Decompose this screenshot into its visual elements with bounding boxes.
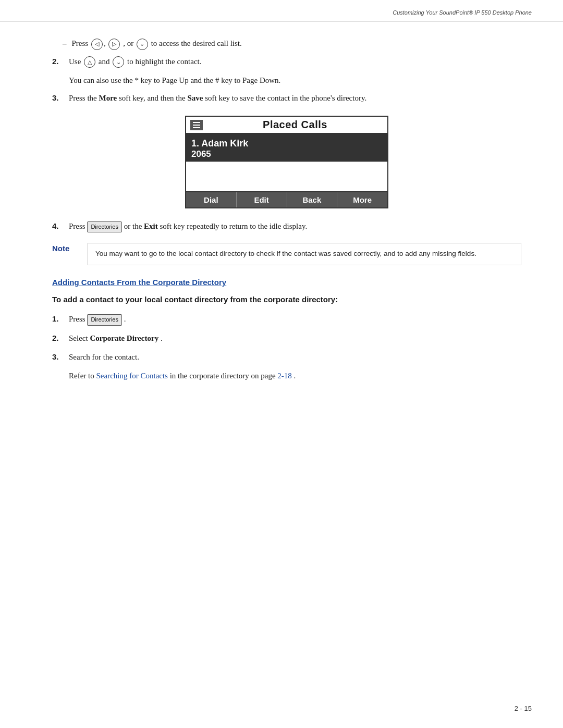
corp2-select: Select [69,334,88,342]
phone-screen-menu-icon [190,120,203,130]
phone-screen-body: 1. Adam Kirk 2065 [186,134,387,191]
step-4-number: 4. [52,220,64,232]
step4-press: Press [69,222,85,230]
step-4-item: 4. Press Directories or the Exit soft ke… [52,220,521,232]
step-3-number: 3. [52,92,64,104]
down-triangle-icon: ⌄ [113,56,124,68]
step2-use: Use [69,57,81,66]
refer-prefix: Refer to [69,372,94,380]
step-2-item: 2. Use △ and ⌄ to highlight the contact. [52,55,521,68]
step4-middle: or the [124,222,142,230]
phone-screen-empty-rows [186,162,387,188]
step-3-content: Press the More soft key, and then the Sa… [69,92,521,104]
refer-middle: in the corporate directory on page [170,372,276,380]
svg-rect-1 [193,125,200,126]
corp-step-2: 2. Select Corporate Directory . [52,332,521,344]
step4-exit: Exit [144,222,158,230]
step3-text3: soft key to save the contact in the phon… [205,94,366,102]
phone-screen-contact-num: 2065 [191,149,382,159]
corp-step-3-number: 3. [52,351,64,363]
phone-screen-contact-name: 1. Adam Kirk [191,138,382,149]
svg-rect-2 [193,127,200,128]
corp2-suffix: . [161,334,163,342]
phone-screen-selected-row: 1. Adam Kirk 2065 [186,134,387,162]
para-1: You can also use the * key to Page Up an… [52,74,521,87]
refer-para: Refer to Searching for Contacts in the c… [52,369,521,382]
up-triangle-icon: △ [84,56,95,68]
phone-screen-title: Placed Calls [207,119,383,131]
down-arrow-icon: ⌄ [137,39,148,50]
phone-screen-titlebar: Placed Calls [186,117,387,134]
corp-step-1: 1. Press Directories . [52,313,521,325]
note-content: You may want to go to the local contact … [88,243,521,265]
step2-suffix: to highlight the contact. [127,57,201,66]
task-heading-bold: To add a contact to your local contact d… [52,295,338,304]
or-text: , or [123,39,136,47]
phone-screen-softkeys: Dial Edit Back More [186,191,387,207]
comma1: , [104,39,106,47]
left-arrow-icon: ◁ [91,39,103,50]
corp-step-2-content: Select Corporate Directory . [69,332,521,344]
note-box: Note You may want to go to the local con… [52,243,521,265]
dash-item: – Press ◁, ▷ , or ⌄ to access the desire… [52,37,521,50]
step3-more: More [99,94,117,102]
refer-link[interactable]: Searching for Contacts [96,372,167,380]
step2-and: and [99,57,110,66]
page-number: 2 - 15 [515,705,532,712]
step-4-content: Press Directories or the Exit soft key r… [69,220,521,232]
main-content: – Press ◁, ▷ , or ⌄ to access the desire… [0,21,563,408]
refer-suffix: . [294,372,296,380]
step-2-content: Use △ and ⌄ to highlight the contact. [69,55,521,68]
page-container: Customizing Your SoundPoint® IP 550 Desk… [0,0,563,728]
header-title: Customizing Your SoundPoint® IP 550 Desk… [393,9,532,16]
step-3-item: 3. Press the More soft key, and then the… [52,92,521,104]
right-arrow-icon: ▷ [108,39,120,50]
corp-step-2-number: 2. [52,332,64,344]
corp-step-3: 3. Search for the contact. [52,351,521,363]
corp-step-1-number: 1. [52,313,64,325]
page-header: Customizing Your SoundPoint® IP 550 Desk… [0,0,563,21]
svg-rect-0 [193,122,200,123]
corp1-suffix: . [124,315,126,323]
dash-press-label: Press [72,39,89,47]
phone-screen-container: Placed Calls 1. Adam Kirk 2065 Dial Edit… [52,116,521,208]
step3-save: Save [187,94,203,102]
corp-step-1-content: Press Directories . [69,313,521,325]
step3-text2: soft key, and then the [119,94,186,102]
section-heading: Adding Contacts From the Corporate Direc… [52,278,521,287]
corp-step-3-content: Search for the contact. [69,351,521,363]
step4-suffix: soft key repeatedly to return to the idl… [160,222,308,230]
softkey-back[interactable]: Back [287,192,338,207]
step3-press: Press the [69,94,97,102]
softkey-dial[interactable]: Dial [186,192,237,207]
task-heading: To add a contact to your local contact d… [52,294,521,306]
directories-button[interactable]: Directories [87,221,122,233]
note-label: Note [52,243,77,265]
softkey-more[interactable]: More [337,192,387,207]
refer-link2[interactable]: 2-18 [277,372,292,380]
softkey-edit[interactable]: Edit [237,192,287,207]
page-footer: 2 - 15 [515,705,532,712]
dash-symbol: – [63,37,67,50]
step-2-number: 2. [52,55,64,68]
corp2-dir: Corporate Directory [90,334,158,342]
corp-directories-button[interactable]: Directories [87,314,122,326]
dash-suffix: to access the desired call list. [151,39,242,47]
corp1-press: Press [69,315,85,323]
phone-screen: Placed Calls 1. Adam Kirk 2065 Dial Edit… [185,116,388,208]
dash-item-content: Press ◁, ▷ , or ⌄ to access the desired … [72,37,522,50]
